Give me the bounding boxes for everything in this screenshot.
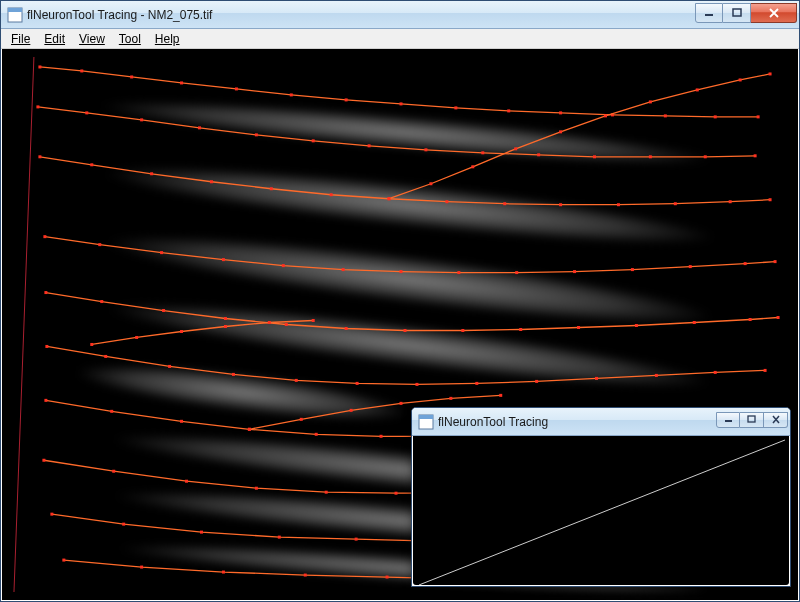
- minimize-button[interactable]: [695, 3, 723, 23]
- svg-line-4: [14, 57, 34, 592]
- close-icon: [768, 8, 780, 18]
- trace-node: [255, 133, 258, 136]
- app-icon: [7, 7, 23, 23]
- menu-edit[interactable]: Edit: [38, 31, 71, 47]
- trace-node: [693, 321, 696, 324]
- trace-node: [519, 328, 522, 331]
- trace-node: [345, 327, 348, 330]
- trace-node: [235, 87, 238, 90]
- trace-node: [559, 130, 562, 133]
- sub-title: flNeuronTool Tracing: [438, 415, 548, 429]
- trace-node: [224, 325, 227, 328]
- trace-node: [45, 345, 48, 348]
- trace-node: [595, 377, 598, 380]
- sub-minimize-button[interactable]: [716, 412, 740, 428]
- trace-node: [388, 197, 391, 200]
- trace-node: [769, 72, 772, 75]
- svg-rect-7: [725, 420, 732, 422]
- trace-node: [764, 369, 767, 372]
- trace-node: [100, 300, 103, 303]
- trace-node: [674, 202, 677, 205]
- trace-node: [386, 576, 389, 579]
- trace-node: [400, 102, 403, 105]
- trace-node: [559, 111, 562, 114]
- trace-node: [368, 144, 371, 147]
- trace-node: [400, 270, 403, 273]
- trace-node: [112, 470, 115, 473]
- trace-node: [38, 155, 41, 158]
- trace-node: [515, 271, 518, 274]
- sub-canvas[interactable]: [413, 436, 789, 585]
- maximize-icon: [732, 8, 742, 18]
- svg-rect-3: [733, 9, 741, 16]
- trace-node: [325, 491, 328, 494]
- trace-node: [295, 379, 298, 382]
- menubar: File Edit View Tool Help: [1, 29, 799, 49]
- svg-rect-1: [8, 8, 22, 12]
- trace-line: [47, 346, 765, 384]
- trace-node: [499, 394, 502, 397]
- trace-node: [577, 326, 580, 329]
- trace-node: [210, 180, 213, 183]
- trace-node: [162, 309, 165, 312]
- trace-node: [445, 200, 448, 203]
- sub-titlebar[interactable]: flNeuronTool Tracing: [412, 408, 790, 436]
- trace-node: [559, 203, 562, 206]
- trace-node: [330, 193, 333, 196]
- trace-node: [424, 148, 427, 151]
- menu-view[interactable]: View: [73, 31, 111, 47]
- trace-line: [40, 157, 770, 205]
- trace-node: [312, 319, 315, 322]
- svg-rect-2: [705, 14, 713, 16]
- menu-tool[interactable]: Tool: [113, 31, 147, 47]
- trace-node: [535, 380, 538, 383]
- trace-node: [135, 336, 138, 339]
- maximize-button[interactable]: [723, 3, 751, 23]
- trace-node: [222, 258, 225, 261]
- trace-node: [43, 235, 46, 238]
- trace-node: [754, 154, 757, 157]
- menu-help[interactable]: Help: [149, 31, 186, 47]
- trace-node: [429, 182, 432, 185]
- trace-node: [270, 187, 273, 190]
- sub-maximize-button[interactable]: [740, 412, 764, 428]
- main-titlebar[interactable]: flNeuronTool Tracing - NM2_075.tif: [1, 1, 799, 29]
- svg-rect-6: [419, 415, 433, 419]
- trace-line: [38, 107, 755, 157]
- window-controls: [695, 3, 797, 23]
- trace-node: [180, 330, 183, 333]
- close-button[interactable]: [751, 3, 797, 23]
- svg-rect-8: [748, 416, 755, 422]
- trace-node: [573, 270, 576, 273]
- trace-node: [278, 536, 281, 539]
- sub-close-button[interactable]: [764, 412, 788, 428]
- trace-node: [617, 203, 620, 206]
- trace-node: [749, 318, 752, 321]
- trace-node: [769, 198, 772, 201]
- trace-node: [315, 433, 318, 436]
- trace-node: [461, 329, 464, 332]
- trace-node: [150, 172, 153, 175]
- trace-node: [160, 251, 163, 254]
- close-icon: [771, 415, 781, 424]
- trace-node: [380, 435, 383, 438]
- trace-node: [689, 265, 692, 268]
- trace-node: [481, 151, 484, 154]
- trace-node: [649, 100, 652, 103]
- trace-node: [140, 118, 143, 121]
- trace-node: [635, 324, 638, 327]
- menu-file[interactable]: File: [5, 31, 36, 47]
- trace-node: [312, 139, 315, 142]
- trace-node: [514, 147, 517, 150]
- trace-node: [395, 492, 398, 495]
- trace-node: [696, 88, 699, 91]
- trace-node: [744, 262, 747, 265]
- trace-node: [604, 114, 607, 117]
- trace-node: [38, 65, 41, 68]
- trace-line: [45, 237, 775, 273]
- trace-node: [80, 69, 83, 72]
- trace-node: [50, 513, 53, 516]
- trace-node: [400, 402, 403, 405]
- maximize-icon: [747, 415, 756, 424]
- trace-node: [224, 317, 227, 320]
